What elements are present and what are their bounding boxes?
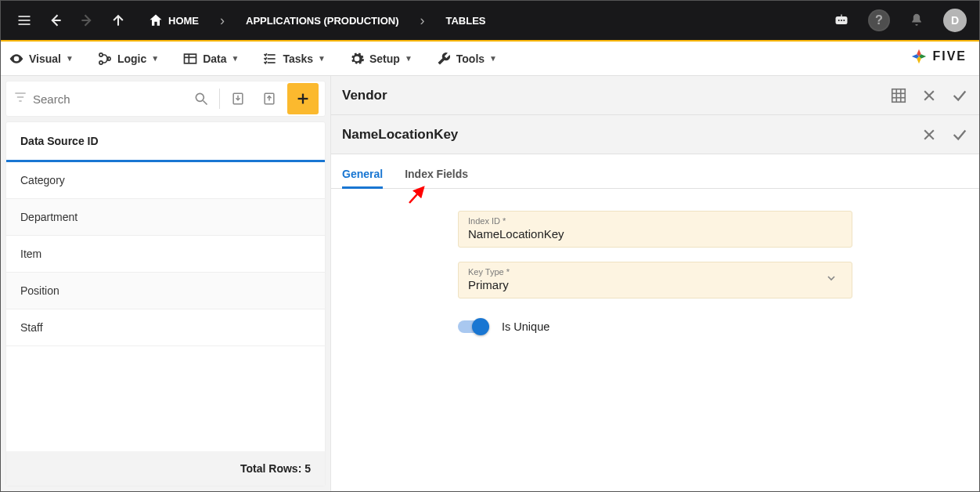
eye-icon <box>9 51 24 67</box>
index-id-field[interactable]: Index ID * NameLocationKey <box>458 211 852 248</box>
menu-tasks[interactable]: Tasks ▼ <box>262 51 326 67</box>
forward-button[interactable] <box>71 5 103 36</box>
breadcrumb-tables[interactable]: TABLES <box>431 0 499 41</box>
menu-logic[interactable]: Logic ▼ <box>97 51 159 67</box>
topbar-right: ? D <box>826 5 971 36</box>
help-icon[interactable]: ? <box>868 9 890 31</box>
list-item[interactable]: Staff <box>6 309 325 346</box>
list-item[interactable]: Department <box>6 199 325 236</box>
grid-icon[interactable] <box>890 87 907 104</box>
data-list: Data Source ID Category Department Item … <box>5 121 326 487</box>
breadcrumb-label: HOME <box>168 15 199 27</box>
add-button[interactable] <box>287 83 319 114</box>
divider <box>219 89 220 109</box>
search-input[interactable] <box>33 92 183 106</box>
sub-title: NameLocationKey <box>342 127 921 143</box>
list-item[interactable]: Position <box>6 273 325 309</box>
menu-label: Tasks <box>283 52 313 65</box>
filter-icon[interactable] <box>13 89 28 108</box>
topbar: HOME › APPLICATIONS (PRODUCTION) › TABLE… <box>1 1 979 42</box>
avatar-initial: D <box>951 14 959 27</box>
search-row <box>5 81 326 117</box>
menu-label: Visual <box>29 52 61 65</box>
toggle-knob <box>472 318 489 335</box>
field-value: Primary <box>468 277 820 291</box>
plus-icon <box>294 90 312 107</box>
close-icon[interactable] <box>921 88 937 103</box>
bell-icon[interactable] <box>901 5 932 36</box>
chevron-down-icon: ▼ <box>151 54 159 63</box>
svg-point-14 <box>99 52 103 56</box>
menu-data[interactable]: Data ▼ <box>182 51 239 67</box>
tab-index-fields[interactable]: Index Fields <box>405 168 468 188</box>
table-icon <box>182 51 198 67</box>
brand-logo: FIVE <box>910 48 967 65</box>
form-area: Index ID * NameLocationKey Key Type * Pr… <box>331 189 979 491</box>
menubar: Visual ▼ Logic ▼ Data ▼ Tasks ▼ Setup ▼ … <box>1 42 979 76</box>
list-footer: Total Rows: 5 <box>6 451 325 486</box>
menu-tools[interactable]: Tools ▼ <box>436 51 497 67</box>
chevron-down-icon: ▼ <box>232 54 240 63</box>
field-label: Key Type * <box>468 267 820 277</box>
menu-setup[interactable]: Setup ▼ <box>349 51 413 67</box>
search-icon[interactable] <box>188 85 214 112</box>
key-type-field[interactable]: Key Type * Primary <box>458 262 852 298</box>
check-icon[interactable] <box>951 126 968 143</box>
breadcrumb-label: TABLES <box>445 15 485 27</box>
up-button[interactable] <box>103 5 134 36</box>
toggle-label: Is Unique <box>502 320 549 333</box>
breadcrumb: HOME › APPLICATIONS (PRODUCTION) › TABLE… <box>134 0 500 41</box>
svg-text:?: ? <box>875 13 883 27</box>
breadcrumb-label: APPLICATIONS (PRODUCTION) <box>246 15 398 27</box>
chevron-down-icon: ▼ <box>66 54 74 63</box>
svg-point-8 <box>841 20 842 21</box>
chevron-right-icon: › <box>413 13 431 29</box>
page-title: Vendor <box>342 88 890 103</box>
list-item[interactable]: Category <box>6 162 325 199</box>
list-body: Category Department Item Position Staff <box>6 162 325 451</box>
svg-point-30 <box>196 93 204 101</box>
back-button[interactable] <box>40 5 71 36</box>
chevron-right-icon: › <box>213 13 232 29</box>
chevron-down-icon: ▼ <box>489 54 497 63</box>
breadcrumb-home[interactable]: HOME <box>134 0 213 41</box>
hamburger-menu[interactable] <box>9 5 40 36</box>
panel-header-vendor: Vendor <box>331 76 979 115</box>
list-icon <box>262 51 278 67</box>
is-unique-toggle[interactable] <box>458 320 488 333</box>
menu-label: Logic <box>117 52 146 65</box>
svg-rect-38 <box>892 89 906 102</box>
upload-icon[interactable] <box>256 85 283 112</box>
branch-icon <box>97 51 113 67</box>
svg-rect-17 <box>185 54 196 63</box>
menu-label: Setup <box>369 52 400 65</box>
field-label: Index ID * <box>468 216 842 226</box>
check-icon[interactable] <box>951 87 968 104</box>
menu-visual[interactable]: Visual ▼ <box>9 51 74 67</box>
breadcrumb-applications[interactable]: APPLICATIONS (PRODUCTION) <box>232 0 413 41</box>
avatar[interactable]: D <box>943 9 967 32</box>
left-panel: Data Source ID Category Department Item … <box>1 76 331 491</box>
panel-header-key: NameLocationKey <box>331 115 979 154</box>
chevron-down-icon <box>820 272 842 288</box>
svg-point-7 <box>838 20 840 21</box>
svg-line-31 <box>204 101 207 105</box>
footer-label: Total Rows: <box>240 462 301 475</box>
field-value: NameLocationKey <box>468 226 842 241</box>
svg-point-13 <box>15 57 17 60</box>
download-icon[interactable] <box>225 85 251 112</box>
is-unique-row: Is Unique <box>458 320 852 333</box>
menu-label: Data <box>203 52 226 65</box>
main-area: Data Source ID Category Department Item … <box>1 76 979 491</box>
tab-general[interactable]: General <box>342 168 383 188</box>
footer-count: 5 <box>304 462 311 475</box>
wrench-icon <box>436 51 452 67</box>
svg-point-9 <box>843 20 845 21</box>
list-item[interactable]: Item <box>6 236 325 273</box>
right-panel: Vendor NameLocationKey <box>331 76 979 491</box>
close-icon[interactable] <box>921 127 937 143</box>
list-header: Data Source ID <box>6 122 325 162</box>
chevron-down-icon: ▼ <box>405 54 413 63</box>
chat-icon[interactable] <box>826 5 857 36</box>
svg-point-15 <box>99 60 103 63</box>
